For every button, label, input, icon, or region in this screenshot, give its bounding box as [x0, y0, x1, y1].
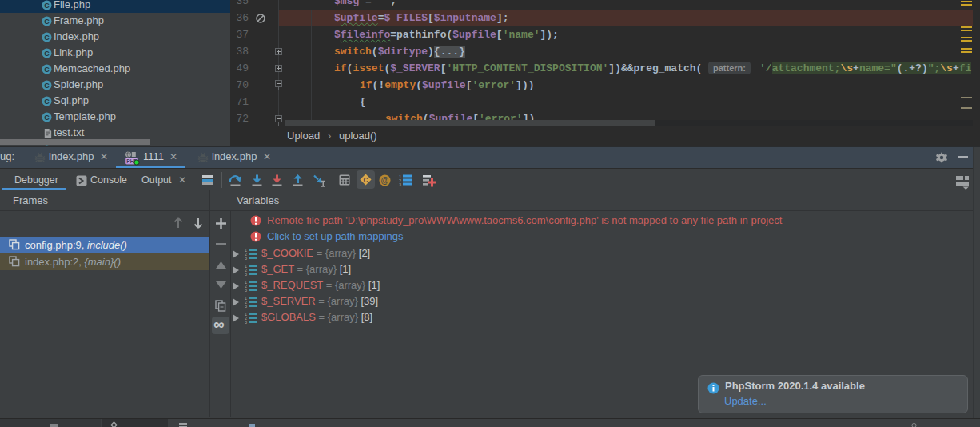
svg-text:C: C — [44, 34, 50, 42]
svg-text:3: 3 — [245, 256, 247, 260]
svg-text:C: C — [44, 2, 50, 10]
svg-text:3: 3 — [245, 272, 247, 276]
svg-text:C: C — [44, 82, 50, 90]
svg-text:@: @ — [381, 176, 389, 185]
svg-text:3: 3 — [245, 304, 247, 308]
svg-text:C: C — [44, 18, 50, 26]
svg-text:3: 3 — [245, 320, 247, 324]
svg-text:C: C — [44, 50, 50, 58]
svg-text:C: C — [363, 176, 368, 184]
svg-text:3: 3 — [399, 182, 401, 186]
svg-text:C: C — [44, 98, 50, 106]
svg-text:3: 3 — [245, 288, 247, 292]
svg-text:C: C — [44, 114, 50, 122]
svg-text:C: C — [44, 66, 50, 74]
